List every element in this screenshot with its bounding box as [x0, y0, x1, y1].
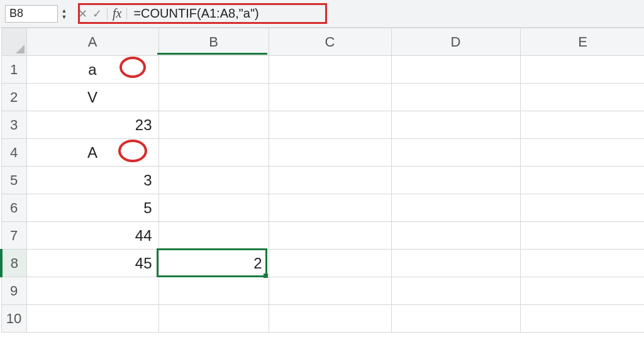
row-8: 8 45 2 [1, 250, 644, 277]
cell-B2[interactable] [158, 84, 269, 111]
row-3: 3 23 [1, 111, 644, 139]
row-header-9[interactable]: 9 [1, 277, 26, 305]
stepper-down-icon[interactable]: ▼ [59, 14, 69, 20]
fx-icon[interactable]: fx [113, 6, 121, 21]
cell-A6[interactable]: 5 [26, 194, 158, 222]
cell-A1[interactable]: a [26, 56, 158, 84]
cell-B4[interactable] [158, 139, 269, 167]
row-4: 4 A [1, 139, 644, 167]
cell-C2[interactable] [269, 84, 391, 111]
cell-E7[interactable] [520, 222, 644, 250]
active-col-indicator [157, 53, 267, 55]
spreadsheet-grid: A B C D E 1 a 2 V [0, 28, 644, 333]
cell-A5[interactable]: 3 [26, 167, 158, 194]
sheet-table: A B C D E 1 a 2 V [0, 28, 644, 333]
cell-B9[interactable] [158, 277, 269, 305]
cell-D10[interactable] [391, 305, 520, 333]
cell-A9[interactable] [26, 277, 158, 305]
col-header-A[interactable]: A [26, 28, 158, 56]
row-10: 10 [1, 305, 644, 333]
cell-B5[interactable] [158, 167, 269, 194]
cell-D4[interactable] [391, 139, 520, 167]
cell-E9[interactable] [520, 277, 644, 305]
cell-B10[interactable] [158, 305, 269, 333]
cell-B8[interactable]: 2 [158, 250, 269, 277]
formula-bar: B8 ▲ ▼ ✕ ✓ fx =COUNTIF(A1:A8,"a") [0, 0, 644, 28]
cell-C1[interactable] [269, 56, 391, 84]
cell-B6[interactable] [158, 194, 269, 222]
cell-A4[interactable]: A [26, 139, 158, 167]
cell-C9[interactable] [269, 277, 391, 305]
cell-C7[interactable] [269, 222, 391, 250]
formula-input[interactable]: =COUNTIF(A1:A8,"a") [133, 5, 644, 23]
col-header-B[interactable]: B [158, 28, 269, 56]
select-all-corner[interactable] [1, 28, 26, 56]
cell-A3[interactable]: 23 [26, 111, 158, 139]
column-header-row: A B C D E [1, 28, 644, 56]
col-header-C[interactable]: C [269, 28, 391, 56]
row-header-1[interactable]: 1 [1, 56, 26, 84]
row-header-8[interactable]: 8 [1, 250, 26, 277]
formula-text: =COUNTIF(A1:A8,"a") [133, 6, 258, 21]
row-6: 6 5 [1, 194, 644, 222]
cell-D6[interactable] [391, 194, 520, 222]
name-box-stepper[interactable]: ▲ ▼ [59, 5, 69, 23]
separator [126, 8, 127, 20]
cell-E2[interactable] [520, 84, 644, 111]
cell-E5[interactable] [520, 167, 644, 194]
cell-D8[interactable] [391, 250, 520, 277]
row-header-6[interactable]: 6 [1, 194, 26, 222]
row-header-7[interactable]: 7 [1, 222, 26, 250]
cell-B1[interactable] [158, 56, 269, 84]
row-1: 1 a [1, 56, 644, 84]
row-5: 5 3 [1, 167, 644, 194]
cell-B7[interactable] [158, 222, 269, 250]
name-box[interactable]: B8 [5, 5, 58, 23]
formula-bar-controls: ✕ ✓ fx [74, 4, 133, 23]
cell-D7[interactable] [391, 222, 520, 250]
row-header-2[interactable]: 2 [1, 84, 26, 111]
row-header-4[interactable]: 4 [1, 139, 26, 167]
row-header-10[interactable]: 10 [1, 305, 26, 333]
cell-D2[interactable] [391, 84, 520, 111]
stepper-up-icon[interactable]: ▲ [59, 8, 69, 14]
cell-A7[interactable]: 44 [26, 222, 158, 250]
cell-A10[interactable] [26, 305, 158, 333]
cell-C3[interactable] [269, 111, 391, 139]
row-2: 2 V [1, 84, 644, 111]
cell-D5[interactable] [391, 167, 520, 194]
cell-A8[interactable]: 45 [26, 250, 158, 277]
separator [107, 8, 108, 20]
cell-D9[interactable] [391, 277, 520, 305]
cell-E8[interactable] [520, 250, 644, 277]
col-header-E[interactable]: E [520, 28, 644, 56]
cell-E10[interactable] [520, 305, 644, 333]
name-box-value: B8 [9, 7, 23, 20]
cell-D1[interactable] [391, 56, 520, 84]
cell-E1[interactable] [520, 56, 644, 84]
cell-A2[interactable]: V [26, 84, 158, 111]
cell-C10[interactable] [269, 305, 391, 333]
cell-E3[interactable] [520, 111, 644, 139]
cell-C4[interactable] [269, 139, 391, 167]
cell-C8[interactable] [269, 250, 391, 277]
cell-C5[interactable] [269, 167, 391, 194]
cell-D3[interactable] [391, 111, 520, 139]
row-header-3[interactable]: 3 [1, 111, 26, 139]
col-header-D[interactable]: D [391, 28, 520, 56]
cell-C6[interactable] [269, 194, 391, 222]
row-header-5[interactable]: 5 [1, 167, 26, 194]
cell-E4[interactable] [520, 139, 644, 167]
cell-B3[interactable] [158, 111, 269, 139]
cancel-icon[interactable]: ✕ [78, 7, 87, 21]
row-9: 9 [1, 277, 644, 305]
row-7: 7 44 [1, 222, 644, 250]
cell-E6[interactable] [520, 194, 644, 222]
enter-icon[interactable]: ✓ [92, 7, 102, 21]
